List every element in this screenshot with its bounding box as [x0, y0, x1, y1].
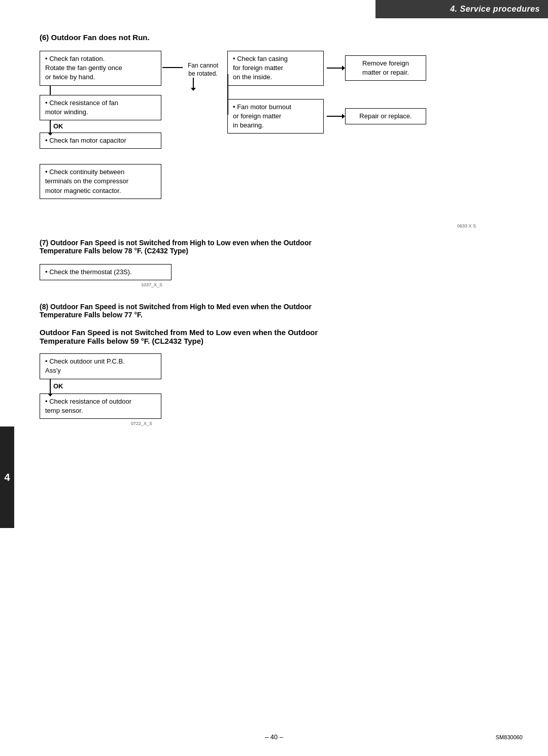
result-box-2: Repair or replace.	[345, 108, 426, 124]
section6-title: (6) Outdoor Fan does not Run.	[40, 33, 523, 42]
arrow-fan	[191, 88, 196, 91]
box-capacitor: • Check fan motor capacitor	[40, 133, 161, 149]
section7-fig-ref: 1037_X_S	[141, 282, 243, 287]
box-temp-sensor: • Check resistance of outdoortemp sensor…	[40, 393, 161, 419]
v-line-ok8	[50, 379, 51, 393]
section6: (6) Outdoor Fan does not Run. • Check fa…	[40, 33, 523, 223]
doc-ref: SM830060	[496, 734, 523, 740]
page-number: – 40 –	[265, 733, 283, 741]
fan-cannot-row: Fan cannotbe rotated.	[162, 62, 223, 88]
v-line-fan	[193, 78, 194, 88]
fan-cannot-label: Fan cannotbe rotated.	[183, 62, 223, 78]
section8-subtitle: Outdoor Fan Speed is not Switched from M…	[40, 328, 523, 345]
branch-spacer	[227, 89, 426, 99]
arrow-right-2	[342, 114, 345, 119]
section8: (8) Outdoor Fan Speed is not Switched fr…	[40, 303, 523, 426]
branch-row-2: • Fan motor burnoutor foreign matterin b…	[227, 99, 426, 134]
box-fan-rotation: • Check fan rotation.Rotate the fan gent…	[40, 51, 161, 86]
section8-flowchart: • Check outdoor unit P.C.B.Ass'y OK • Ch…	[40, 353, 222, 426]
section7-title: (7) Outdoor Fan Speed is not Switched fr…	[40, 239, 523, 255]
h-line-2	[327, 116, 342, 117]
result-box-1: Remove foreignmatter or repair.	[345, 55, 426, 81]
arrow-ok1	[48, 133, 53, 136]
fan-cannot-label-col: Fan cannotbe rotated.	[183, 62, 223, 88]
box-motor-burnout: • Fan motor burnoutor foreign matterin b…	[227, 99, 324, 134]
h-line-1	[327, 68, 342, 69]
main-content: (6) Outdoor Fan does not Run. • Check fa…	[14, 0, 548, 467]
box-continuity: • Check continuity betweenterminals on t…	[40, 164, 161, 199]
section6-flowchart: • Check fan rotation.Rotate the fan gent…	[40, 51, 476, 223]
section7-title-text: (7) Outdoor Fan Speed is not Switched fr…	[40, 239, 312, 255]
side-tab: 4	[0, 426, 14, 528]
box-casing: • Check fan casingfor foreign matteron t…	[227, 51, 324, 86]
v-connector-1	[50, 86, 51, 95]
h-arrow-2	[327, 116, 342, 117]
arrow-ok8	[48, 393, 53, 397]
ok-row-8: OK	[50, 379, 222, 393]
header-bar: 4. Service procedures	[375, 0, 548, 18]
box-pcb: • Check outdoor unit P.C.B.Ass'y	[40, 353, 161, 379]
v-branch-connector	[227, 74, 228, 115]
footer: – 40 – SM830060	[0, 733, 548, 741]
h-line-to-fan-cannot	[162, 67, 183, 68]
ok-row-1: OK	[50, 120, 63, 133]
section7-flowchart: • Check the thermostat (23S). 1037_X_S	[40, 264, 243, 287]
section7: (7) Outdoor Fan Speed is not Switched fr…	[40, 239, 523, 287]
ok-label-1: OK	[53, 122, 63, 130]
h-arrow-1	[327, 68, 342, 69]
side-tab-label: 4	[4, 472, 10, 483]
box-thermostat: • Check the thermostat (23S).	[40, 264, 172, 280]
section8-title: (8) Outdoor Fan Speed is not Switched fr…	[40, 303, 523, 319]
box-resistance: • Check resistance of fanmotor winding.	[40, 95, 161, 120]
arrow-right-1	[342, 65, 345, 71]
section6-fig-ref: 0633 X S	[457, 223, 476, 228]
branch-row-1: • Check fan casingfor foreign matteron t…	[227, 51, 426, 86]
fan-cannot-area: Fan cannotbe rotated.	[162, 62, 223, 88]
ok-label-8: OK	[53, 382, 63, 390]
section8-fig-ref: 0722_X_S	[131, 421, 222, 426]
fc6-left-col: • Check fan rotation.Rotate the fan gent…	[40, 51, 172, 199]
v-line-ok1	[50, 120, 51, 133]
section8-title-text: (8) Outdoor Fan Speed is not Switched fr…	[40, 303, 312, 319]
header-title: 4. Service procedures	[450, 5, 540, 14]
fc6-right-branches: • Check fan casingfor foreign matteron t…	[227, 51, 426, 134]
